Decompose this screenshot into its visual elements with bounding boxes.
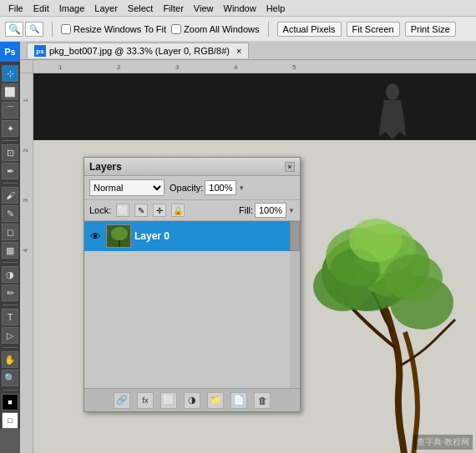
tool-gradient[interactable]: ▦ bbox=[2, 242, 18, 259]
zoom-controls: 🔍 🔍 bbox=[5, 22, 43, 37]
layers-close-button[interactable]: × bbox=[285, 162, 295, 172]
tool-hand[interactable]: ✋ bbox=[2, 351, 18, 368]
fit-screen-button[interactable]: Fit Screen bbox=[347, 22, 400, 37]
menu-edit[interactable]: Edit bbox=[28, 2, 54, 15]
tool-crop[interactable]: ⊡ bbox=[2, 144, 18, 161]
layers-scrollthumb[interactable] bbox=[290, 221, 300, 251]
tool-clone[interactable]: ✎ bbox=[2, 205, 18, 222]
svg-point-11 bbox=[111, 227, 128, 240]
resize-windows-checkbox[interactable] bbox=[61, 24, 71, 34]
layer-mask-button[interactable]: ⬜ bbox=[160, 392, 177, 409]
lock-all-button[interactable]: 🔒 bbox=[171, 204, 185, 217]
layers-title: Layers bbox=[89, 161, 122, 173]
separator2 bbox=[268, 22, 269, 37]
left-panel: Ps ⊹ ⬜ ⌒ ✦ ⊡ ✒ 🖌 ✎ ◻ ▦ ◑ ✏ T ▷ ✋ 🔍 ■ □ bbox=[0, 42, 20, 453]
fill-arrow[interactable]: ▼ bbox=[288, 207, 295, 214]
menu-view[interactable]: View bbox=[189, 2, 219, 15]
ruler-corner bbox=[20, 60, 33, 73]
foreground-color[interactable]: ■ bbox=[2, 394, 18, 410]
vruler-mark-3: 3 bbox=[22, 199, 29, 202]
blend-mode-select[interactable]: Normal Dissolve Multiply Screen Overlay bbox=[89, 179, 165, 196]
tool-brush[interactable]: 🖌 bbox=[2, 187, 18, 204]
layers-list[interactable]: 👁 bbox=[84, 221, 300, 388]
ruler-mark-1: 1 bbox=[58, 63, 62, 71]
document-tab[interactable]: ps pkg_bot007.jpg @ 33.3% (Layer 0, RGB/… bbox=[27, 43, 249, 58]
bonsai-svg bbox=[292, 140, 476, 453]
lock-position-button[interactable]: ✛ bbox=[153, 204, 166, 217]
layer-thumb-image bbox=[107, 225, 130, 247]
zoom-out-button[interactable]: 🔍 bbox=[25, 22, 43, 37]
vertical-ruler: 1 2 3 4 bbox=[20, 73, 33, 453]
image-top-band bbox=[33, 73, 476, 140]
layer-row[interactable]: 👁 bbox=[84, 221, 300, 251]
opacity-value[interactable]: 100% bbox=[205, 180, 236, 195]
svg-point-9 bbox=[349, 219, 403, 262]
tool-sep4 bbox=[3, 305, 18, 305]
tool-magic-wand[interactable]: ✦ bbox=[2, 120, 18, 137]
separator bbox=[52, 22, 53, 37]
horizontal-ruler: 1 2 3 4 5 bbox=[33, 60, 476, 73]
tool-sep2 bbox=[3, 183, 18, 184]
toolbox: ⊹ ⬜ ⌒ ✦ ⊡ ✒ 🖌 ✎ ◻ ▦ ◑ ✏ T ▷ ✋ 🔍 ■ □ bbox=[0, 62, 20, 429]
tool-eyedropper[interactable]: ✒ bbox=[2, 163, 18, 179]
ps-logo: Ps bbox=[0, 42, 20, 62]
menu-file[interactable]: File bbox=[3, 2, 28, 15]
menu-bar: File Edit Image Layer Select Filter View… bbox=[0, 0, 476, 17]
watermark: 查字典·教程网 bbox=[413, 435, 473, 450]
menu-filter[interactable]: Filter bbox=[158, 2, 188, 15]
ruler-mark-3: 3 bbox=[175, 63, 179, 71]
zoom-all-label[interactable]: Zoom All Windows bbox=[171, 24, 259, 34]
tool-text[interactable]: T bbox=[2, 309, 18, 325]
fill-control: Fill: 100% ▼ bbox=[239, 203, 295, 218]
lock-pixels-button[interactable]: ✎ bbox=[134, 204, 148, 217]
tool-pen[interactable]: ✏ bbox=[2, 284, 18, 301]
lock-transparent-button[interactable]: ⬜ bbox=[116, 204, 129, 217]
menu-select[interactable]: Select bbox=[123, 2, 159, 15]
document-title: pkg_bot007.jpg @ 33.3% (Layer 0, RGB/8#) bbox=[49, 46, 230, 56]
tool-select-rect[interactable]: ⬜ bbox=[2, 83, 18, 100]
tool-path[interactable]: ▷ bbox=[2, 327, 18, 344]
layers-scrollbar[interactable] bbox=[290, 221, 300, 388]
layer-new-button[interactable]: 📄 bbox=[230, 392, 247, 409]
layers-titlebar[interactable]: Layers × bbox=[84, 158, 300, 176]
layers-bottom-toolbar: 🔗 fx ⬜ ◑ 📁 📄 🗑 bbox=[84, 388, 300, 411]
resize-windows-label[interactable]: Resize Windows To Fit bbox=[61, 24, 166, 34]
menu-image[interactable]: Image bbox=[54, 2, 90, 15]
tool-dodge[interactable]: ◑ bbox=[2, 266, 18, 283]
layer-link-button[interactable]: 🔗 bbox=[114, 392, 130, 409]
close-tab-icon[interactable]: × bbox=[236, 46, 241, 56]
svg-point-0 bbox=[386, 83, 399, 100]
actual-pixels-button[interactable]: Actual Pixels bbox=[277, 22, 342, 37]
layer-adjustment-button[interactable]: ◑ bbox=[184, 392, 200, 409]
tool-lasso[interactable]: ⌒ bbox=[2, 102, 18, 118]
layer-folder-button[interactable]: 📁 bbox=[207, 392, 224, 409]
tool-zoom[interactable]: 🔍 bbox=[2, 370, 18, 386]
tool-sep3 bbox=[3, 262, 18, 263]
fill-value[interactable]: 100% bbox=[255, 203, 286, 218]
layer-visibility-icon[interactable]: 👁 bbox=[88, 229, 103, 244]
tool-eraser[interactable]: ◻ bbox=[2, 224, 18, 240]
menu-window[interactable]: Window bbox=[219, 2, 261, 15]
layers-blend-opacity-row: Normal Dissolve Multiply Screen Overlay … bbox=[84, 176, 300, 200]
tool-move[interactable]: ⊹ bbox=[2, 65, 18, 82]
menu-help[interactable]: Help bbox=[261, 2, 291, 15]
opacity-control: Opacity: 100% ▼ bbox=[170, 180, 245, 195]
layer-fx-button[interactable]: fx bbox=[137, 392, 154, 409]
opacity-arrow[interactable]: ▼ bbox=[238, 184, 245, 192]
ps-file-icon: ps bbox=[34, 45, 46, 57]
zoom-in-button[interactable]: 🔍 bbox=[5, 22, 23, 37]
menu-layer[interactable]: Layer bbox=[89, 2, 123, 15]
layer-delete-button[interactable]: 🗑 bbox=[254, 392, 271, 409]
layer-thumbnail bbox=[106, 224, 131, 248]
svg-point-7 bbox=[384, 254, 443, 301]
print-size-button[interactable]: Print Size bbox=[405, 22, 456, 37]
ghost-figure bbox=[376, 82, 409, 132]
main-area: Ps ⊹ ⬜ ⌒ ✦ ⊡ ✒ 🖌 ✎ ◻ ▦ ◑ ✏ T ▷ ✋ 🔍 ■ □ bbox=[0, 42, 476, 453]
ruler-mark-5: 5 bbox=[292, 63, 296, 71]
options-bar: 🔍 🔍 Resize Windows To Fit Zoom All Windo… bbox=[0, 17, 476, 42]
background-color[interactable]: □ bbox=[2, 412, 18, 429]
layers-title-left: Layers bbox=[89, 161, 122, 173]
fill-label: Fill: bbox=[239, 205, 253, 215]
layer-name: Layer 0 bbox=[134, 230, 170, 242]
zoom-all-checkbox[interactable] bbox=[171, 24, 181, 34]
